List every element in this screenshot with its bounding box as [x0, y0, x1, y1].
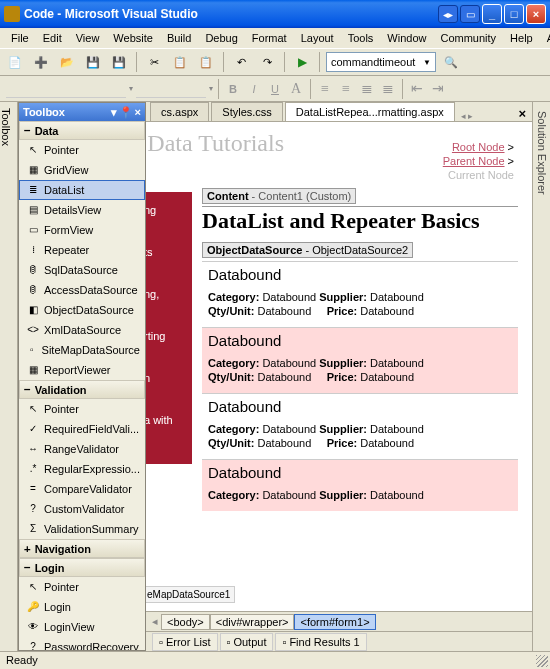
toolbox-item-pointer[interactable]: ↖Pointer	[19, 140, 145, 160]
menu-website[interactable]: Website	[106, 30, 160, 46]
close-button[interactable]: ×	[526, 4, 546, 24]
objectdatasource-tag[interactable]: ObjectDataSource - ObjectDataSource2	[202, 242, 413, 258]
start-debug-icon[interactable]: ▶	[291, 51, 313, 73]
nav-link-partial[interactable]: ng,	[146, 286, 184, 302]
toolbox-item-reportviewer[interactable]: ▦ReportViewer	[19, 360, 145, 380]
toolbox-category-navigation[interactable]: + Navigation	[19, 539, 145, 558]
tag-selector[interactable]: <div#wrapper>	[210, 614, 295, 630]
tag-selector[interactable]: <form#form1>	[294, 614, 375, 630]
toolbox-item-regularexpressio-[interactable]: .*RegularExpressio...	[19, 459, 145, 479]
menu-addins[interactable]: Addins	[540, 30, 550, 46]
add-icon[interactable]: ➕	[30, 51, 52, 73]
toolbox-category-validation[interactable]: − Validation	[19, 380, 145, 399]
right-tab-solution-explorer[interactable]: Solution Explorer	[533, 108, 550, 641]
menu-window[interactable]: Window	[380, 30, 433, 46]
chevron-left-icon[interactable]: ◂	[152, 615, 158, 628]
underline-icon[interactable]: U	[266, 81, 284, 97]
nav-layout-icon[interactable]: ▭	[460, 5, 480, 23]
numbered-list-icon[interactable]: ≣	[379, 80, 397, 97]
toolbox-item-pointer[interactable]: ↖Pointer	[19, 399, 145, 419]
close-document-icon[interactable]: ×	[512, 106, 532, 121]
datalist-row[interactable]: DataboundCategory: Databound Supplier: D…	[202, 459, 518, 511]
copy-icon[interactable]: 📋	[169, 51, 191, 73]
sitemapdatasource-tag[interactable]: eMapDataSource1	[146, 586, 235, 603]
align-left-icon[interactable]: ≡	[316, 81, 334, 97]
toolbox-item-detailsview[interactable]: ▤DetailsView	[19, 200, 145, 220]
font-color-icon[interactable]: A	[287, 81, 305, 97]
datalist-row[interactable]: DataboundCategory: Databound Supplier: D…	[202, 393, 518, 459]
new-project-icon[interactable]: 📄	[4, 51, 26, 73]
nav-back-icon[interactable]: ◂▸	[438, 5, 458, 23]
doc-tab[interactable]: DataListRepea...rmatting.aspx	[285, 102, 455, 121]
cut-icon[interactable]: ✂	[143, 51, 165, 73]
nav-link-partial[interactable]: ng	[146, 202, 184, 218]
menu-file[interactable]: File	[4, 30, 36, 46]
output-tab-output[interactable]: ▫Output	[220, 633, 274, 651]
redo-icon[interactable]: ↷	[256, 51, 278, 73]
toolbox-item-datalist[interactable]: ≣DataList	[19, 180, 145, 200]
close-icon[interactable]: ×	[135, 106, 141, 119]
nav-link-partial[interactable]: a with	[146, 412, 184, 428]
left-autohide-tab[interactable]: Toolbox	[0, 102, 18, 651]
save-icon[interactable]: 💾	[82, 51, 104, 73]
breadcrumb-parent[interactable]: Parent Node	[443, 155, 505, 167]
font-combo[interactable]	[136, 80, 206, 98]
toolbox-item-objectdatasource[interactable]: ◧ObjectDataSource	[19, 300, 145, 320]
list-icon[interactable]: ≣	[358, 80, 376, 97]
toolbox-item-formview[interactable]: ▭FormView	[19, 220, 145, 240]
datalist-row[interactable]: DataboundCategory: Databound Supplier: D…	[202, 261, 518, 327]
toolbox-item-rangevalidator[interactable]: ↔RangeValidator	[19, 439, 145, 459]
italic-icon[interactable]: I	[245, 81, 263, 97]
paste-icon[interactable]: 📋	[195, 51, 217, 73]
toolbox-item-login[interactable]: 🔑Login	[19, 597, 145, 617]
open-icon[interactable]: 📂	[56, 51, 78, 73]
toolbox-item-repeater[interactable]: ⁞Repeater	[19, 240, 145, 260]
pin-icon[interactable]: 📍	[119, 106, 133, 119]
menu-tools[interactable]: Tools	[341, 30, 381, 46]
output-tab-find-results-1[interactable]: ▫Find Results 1	[275, 633, 366, 651]
undo-icon[interactable]: ↶	[230, 51, 252, 73]
align-center-icon[interactable]: ≡	[337, 81, 355, 97]
resize-grip-icon[interactable]	[536, 655, 548, 667]
toolbox-item-customvalidator[interactable]: ?CustomValidator	[19, 499, 145, 519]
content-tag[interactable]: Content - Content1 (Custom)	[202, 188, 356, 204]
tag-selector[interactable]: <body>	[161, 614, 210, 630]
datalist-row[interactable]: DataboundCategory: Databound Supplier: D…	[202, 327, 518, 393]
toolbox-item-loginview[interactable]: 👁LoginView	[19, 617, 145, 637]
toolbox-item-xmldatasource[interactable]: <>XmlDataSource	[19, 320, 145, 340]
toolbox-category-data[interactable]: − Data	[19, 121, 145, 140]
toolbox-item-comparevalidator[interactable]: =CompareValidator	[19, 479, 145, 499]
nav-link-partial[interactable]: rting	[146, 328, 184, 344]
minimize-button[interactable]: _	[482, 4, 502, 24]
menu-community[interactable]: Community	[433, 30, 503, 46]
nav-link-partial[interactable]: ts	[146, 244, 184, 260]
menu-layout[interactable]: Layout	[294, 30, 341, 46]
toolbox-item-pointer[interactable]: ↖Pointer	[19, 577, 145, 597]
doc-tab[interactable]: cs.aspx	[150, 102, 209, 121]
outdent-icon[interactable]: ⇤	[408, 80, 426, 97]
toolbox-item-sqldatasource[interactable]: 🛢SqlDataSource	[19, 260, 145, 280]
toolbox-item-passwordrecovery[interactable]: ?PasswordRecovery	[19, 637, 145, 650]
bold-icon[interactable]: B	[224, 81, 242, 97]
find-icon[interactable]: 🔍	[440, 51, 462, 73]
menu-help[interactable]: Help	[503, 30, 540, 46]
design-surface[interactable]: ith Data Tutorials Root Node > Parent No…	[146, 122, 532, 611]
toolbox-category-login[interactable]: − Login	[19, 558, 145, 577]
toolbox-item-validationsummary[interactable]: ΣValidationSummary	[19, 519, 145, 539]
configuration-combo[interactable]: commandtimeout ▼	[326, 52, 436, 72]
toolbox-item-sitemapdatasource[interactable]: ▫SiteMapDataSource	[19, 340, 145, 360]
toolbox-item-accessdatasource[interactable]: 🛢AccessDataSource	[19, 280, 145, 300]
toolbox-item-requiredfieldvali-[interactable]: ✓RequiredFieldVali...	[19, 419, 145, 439]
nav-link-partial[interactable]: n	[146, 370, 184, 386]
style-combo[interactable]	[6, 80, 126, 98]
doc-tab[interactable]: Styles.css	[211, 102, 283, 121]
tab-scroll-icon[interactable]: ◂ ▸	[457, 111, 478, 121]
menu-format[interactable]: Format	[245, 30, 294, 46]
dropdown-icon[interactable]: ▾	[111, 106, 117, 119]
menu-edit[interactable]: Edit	[36, 30, 69, 46]
menu-debug[interactable]: Debug	[198, 30, 244, 46]
menu-build[interactable]: Build	[160, 30, 198, 46]
indent-icon[interactable]: ⇥	[429, 80, 447, 97]
maximize-button[interactable]: □	[504, 4, 524, 24]
breadcrumb-root[interactable]: Root Node	[452, 141, 505, 153]
